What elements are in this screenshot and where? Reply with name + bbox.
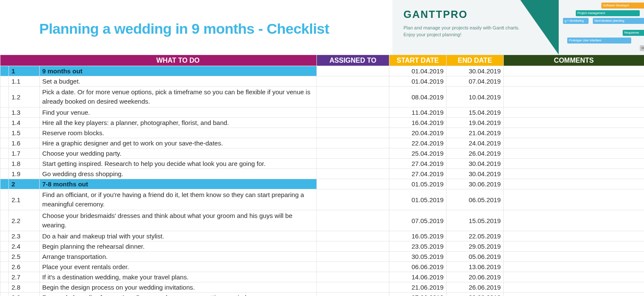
table-row[interactable]: 1.3Find your venue.11.04.201915.04.2019: [0, 107, 644, 118]
cell-assigned[interactable]: [317, 241, 389, 252]
cell-end-date[interactable]: 21.04.2019: [447, 128, 504, 138]
cell-end-date[interactable]: 30.04.2019: [447, 169, 504, 179]
cell-start-date[interactable]: 27.04.2019: [389, 169, 447, 179]
cell-start-date[interactable]: 01.04.2019: [389, 66, 447, 76]
cell-comments[interactable]: [504, 282, 644, 293]
table-row[interactable]: 1.5Reserve room blocks.20.04.201921.04.2…: [0, 128, 644, 138]
cell-num[interactable]: 1.9: [9, 169, 40, 179]
cell-num[interactable]: 2.1: [9, 189, 40, 210]
cell-assigned[interactable]: [317, 210, 389, 231]
header-what-to-do[interactable]: WHAT TO DO: [40, 55, 317, 66]
cell-comments[interactable]: [504, 241, 644, 252]
cell-task[interactable]: Choose your wedding party.: [40, 148, 317, 159]
cell-end-date[interactable]: 26.06.2019: [447, 282, 504, 293]
cell-task[interactable]: Choose your bridesmaids' dresses and thi…: [40, 210, 317, 231]
table-row[interactable]: 2.9Research the policy for marriage lice…: [0, 293, 644, 296]
cell-assigned[interactable]: [317, 262, 389, 272]
table-row[interactable]: 1.9Go wedding dress shopping.27.04.20193…: [0, 169, 644, 179]
table-row[interactable]: 2.5Arrange transportation.30.05.201905.0…: [0, 252, 644, 262]
table-row[interactable]: 1.4Hire all the key players: a planner, …: [0, 118, 644, 128]
cell-end-date[interactable]: 26.04.2019: [447, 148, 504, 159]
cell-comments[interactable]: [504, 138, 644, 148]
cell-comments[interactable]: [504, 118, 644, 128]
cell-task[interactable]: Do a hair and makeup trial with your sty…: [40, 231, 317, 241]
cell-comments[interactable]: [504, 293, 644, 296]
table-row[interactable]: 1.2Pick a date. Or for more venue option…: [0, 87, 644, 107]
cell-task[interactable]: If it's a destination wedding, make your…: [40, 272, 317, 282]
cell-assigned[interactable]: [317, 107, 389, 118]
cell-num[interactable]: 2.9: [9, 293, 40, 296]
header-comments[interactable]: COMMENTS: [504, 55, 644, 66]
cell-start-date[interactable]: 11.04.2019: [389, 107, 447, 118]
cell-comments[interactable]: [504, 76, 644, 87]
cell-assigned[interactable]: [317, 293, 389, 296]
table-row[interactable]: 2.1Find an officiant, or if you're havin…: [0, 189, 644, 210]
cell-task[interactable]: Go wedding dress shopping.: [40, 169, 317, 179]
cell-end-date[interactable]: 10.04.2019: [447, 87, 504, 107]
header-end-date[interactable]: END DATE: [447, 55, 504, 66]
cell-task[interactable]: Set a budget.: [40, 76, 317, 87]
cell-num[interactable]: 1.6: [9, 138, 40, 148]
cell-start-date[interactable]: 08.04.2019: [389, 87, 447, 107]
cell-start-date[interactable]: 01.05.2019: [389, 179, 447, 189]
cell-end-date[interactable]: 07.04.2019: [447, 76, 504, 87]
cell-start-date[interactable]: 25.04.2019: [389, 148, 447, 159]
cell-num[interactable]: 1.4: [9, 118, 40, 128]
cell-num[interactable]: 2.8: [9, 282, 40, 293]
cell-comments[interactable]: [504, 262, 644, 272]
cell-task[interactable]: 9 months out: [40, 66, 317, 76]
cell-end-date[interactable]: 29.05.2019: [447, 241, 504, 252]
cell-end-date[interactable]: 13.06.2019: [447, 262, 504, 272]
cell-end-date[interactable]: 15.04.2019: [447, 107, 504, 118]
table-row[interactable]: 1.6Hire a graphic designer and get to wo…: [0, 138, 644, 148]
cell-start-date[interactable]: 01.05.2019: [389, 189, 447, 210]
table-row[interactable]: 1.8Start getting inspired. Research to h…: [0, 159, 644, 169]
cell-comments[interactable]: [504, 66, 644, 76]
cell-assigned[interactable]: [317, 169, 389, 179]
cell-end-date[interactable]: 30.06.2019: [447, 293, 504, 296]
cell-start-date[interactable]: 16.04.2019: [389, 118, 447, 128]
cell-assigned[interactable]: [317, 138, 389, 148]
table-row[interactable]: 2.2Choose your bridesmaids' dresses and …: [0, 210, 644, 231]
cell-end-date[interactable]: 22.05.2019: [447, 231, 504, 241]
table-row[interactable]: 2.3Do a hair and makeup trial with your …: [0, 231, 644, 241]
cell-task[interactable]: Hire all the key players: a planner, pho…: [40, 118, 317, 128]
cell-comments[interactable]: [504, 189, 644, 210]
section-row[interactable]: 19 months out01.04.201930.04.2019: [0, 66, 644, 76]
table-row[interactable]: 2.8Begin the design process on your wedd…: [0, 282, 644, 293]
cell-task[interactable]: Arrange transportation.: [40, 252, 317, 262]
cell-assigned[interactable]: [317, 159, 389, 169]
cell-assigned[interactable]: [317, 118, 389, 128]
cell-assigned[interactable]: [317, 189, 389, 210]
header-assigned-to[interactable]: ASSIGNED TO: [317, 55, 389, 66]
section-row[interactable]: 27-8 months out01.05.201930.06.2019: [0, 179, 644, 189]
table-row[interactable]: 1.1Set a budget.01.04.201907.04.2019: [0, 76, 644, 87]
cell-start-date[interactable]: 06.06.2019: [389, 262, 447, 272]
cell-comments[interactable]: [504, 128, 644, 138]
cell-assigned[interactable]: [317, 231, 389, 241]
cell-assigned[interactable]: [317, 179, 389, 189]
cell-task[interactable]: Begin planning the rehearsal dinner.: [40, 241, 317, 252]
cell-num[interactable]: 1: [9, 66, 40, 76]
cell-num[interactable]: 2.4: [9, 241, 40, 252]
cell-num[interactable]: 1.7: [9, 148, 40, 159]
cell-start-date[interactable]: 16.05.2019: [389, 231, 447, 241]
cell-start-date[interactable]: 23.05.2019: [389, 241, 447, 252]
cell-comments[interactable]: [504, 107, 644, 118]
cell-start-date[interactable]: 27.06.2019: [389, 293, 447, 296]
cell-task[interactable]: Place your event rentals order.: [40, 262, 317, 272]
cell-assigned[interactable]: [317, 272, 389, 282]
table-row[interactable]: 2.4Begin planning the rehearsal dinner.2…: [0, 241, 644, 252]
table-row[interactable]: 2.7If it's a destination wedding, make y…: [0, 272, 644, 282]
cell-start-date[interactable]: 07.05.2019: [389, 210, 447, 231]
cell-num[interactable]: 2.6: [9, 262, 40, 272]
cell-end-date[interactable]: 20.06.2019: [447, 272, 504, 282]
cell-comments[interactable]: [504, 272, 644, 282]
cell-num[interactable]: 1.8: [9, 159, 40, 169]
cell-num[interactable]: 1.5: [9, 128, 40, 138]
cell-task[interactable]: Hire a graphic designer and get to work …: [40, 138, 317, 148]
cell-num[interactable]: 2.2: [9, 210, 40, 231]
cell-end-date[interactable]: 05.06.2019: [447, 252, 504, 262]
cell-start-date[interactable]: 30.05.2019: [389, 252, 447, 262]
cell-task[interactable]: Begin the design process on your wedding…: [40, 282, 317, 293]
